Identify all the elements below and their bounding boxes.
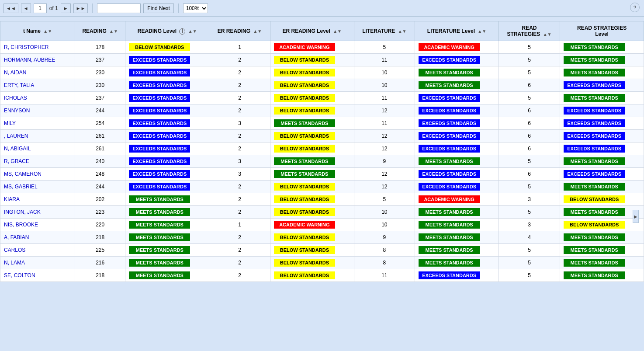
cell-read-strategies: 5 — [499, 41, 560, 54]
cell-er-reading: 2 — [209, 66, 270, 79]
cell-read-strategies-level: EXCEEDS STANDARDS — [560, 168, 644, 181]
cell-name: CARLOS — [0, 244, 75, 257]
cell-read-strategies: 5 — [499, 92, 560, 104]
cell-name: SE, COLTON — [0, 269, 75, 282]
cell-reading-level: MEETS STANDARDS — [125, 206, 209, 219]
cell-name: ERTY, TALIA — [0, 79, 75, 92]
cell-reading-level: MEETS STANDARDS — [125, 231, 209, 244]
cell-reading-level: EXCEEDS STANDARDS — [125, 130, 209, 142]
table-row: INGTON, JACK 223 MEETS STANDARDS 2 BELOW… — [0, 206, 644, 219]
cell-literature-level: MEETS STANDARDS — [415, 206, 499, 219]
col-header-literature[interactable]: LITERATURE ▲▼ — [354, 21, 415, 41]
cell-literature: 12 — [354, 168, 415, 181]
cell-literature: 10 — [354, 219, 415, 231]
col-header-er-reading-level[interactable]: ER READING Level ▲▼ — [270, 21, 354, 41]
cell-literature-level: ACADEMIC WARNING — [415, 41, 499, 54]
cell-er-reading-level: ACADEMIC WARNING — [270, 41, 354, 54]
cell-reading: 248 — [75, 168, 125, 181]
cell-er-reading-level: BELOW STANDARDS — [270, 54, 354, 66]
prev-page-button[interactable]: ◄ — [21, 3, 31, 13]
page-of-label: of 1 — [49, 5, 58, 11]
cell-er-reading-level: MEETS STANDARDS — [270, 155, 354, 168]
cell-reading: 237 — [75, 54, 125, 66]
cell-read-strategies: 3 — [499, 219, 560, 231]
cell-reading: 202 — [75, 193, 125, 206]
table-row: R, CHRISTOPHER 178 BELOW STANDARDS 1 ACA… — [0, 41, 644, 54]
zoom-select[interactable]: 100% 50% 75% 125% 150% 200% — [183, 3, 208, 13]
cell-literature: 12 — [354, 104, 415, 117]
cell-reading: 218 — [75, 269, 125, 282]
reading-level-sort-icon: ▲▼ — [188, 29, 197, 34]
cell-reading: 244 — [75, 104, 125, 117]
cell-read-strategies: 4 — [499, 231, 560, 244]
cell-name: MS, CAMERON — [0, 168, 75, 181]
cell-reading: 218 — [75, 231, 125, 244]
col-header-reading[interactable]: READING ▲▼ — [75, 21, 125, 41]
table-row: MS, GABRIEL 244 EXCEEDS STANDARDS 2 BELO… — [0, 181, 644, 193]
col-header-name[interactable]: t Name ▲▼ — [0, 21, 75, 41]
table-row: ENNYSON 244 EXCEEDS STANDARDS 2 BELOW ST… — [0, 104, 644, 117]
cell-name: N, AIDAN — [0, 66, 75, 79]
cell-er-reading-level: BELOW STANDARDS — [270, 269, 354, 282]
cell-er-reading: 2 — [209, 181, 270, 193]
literature-sort-icon: ▲▼ — [398, 29, 407, 34]
col-header-read-strategies[interactable]: READSTRATEGIES ▲▼ — [499, 21, 560, 41]
cell-read-strategies-level: EXCEEDS STANDARDS — [560, 79, 644, 92]
cell-literature-level: MEETS STANDARDS — [415, 231, 499, 244]
cell-read-strategies: 3 — [499, 193, 560, 206]
cell-name: A, FABIAN — [0, 231, 75, 244]
cell-er-reading-level: MEETS STANDARDS — [270, 168, 354, 181]
separator1 — [92, 3, 93, 13]
table-row: CARLOS 225 MEETS STANDARDS 2 BELOW STAND… — [0, 244, 644, 257]
cell-read-strategies-level: MEETS STANDARDS — [560, 66, 644, 79]
cell-name: MILY — [0, 117, 75, 130]
cell-reading-level: EXCEEDS STANDARDS — [125, 92, 209, 104]
cell-literature-level: EXCEEDS STANDARDS — [415, 181, 499, 193]
cell-reading-level: EXCEEDS STANDARDS — [125, 66, 209, 79]
table-row: ERTY, TALIA 230 EXCEEDS STANDARDS 2 BELO… — [0, 79, 644, 92]
cell-read-strategies: 5 — [499, 269, 560, 282]
cell-read-strategies-level: MEETS STANDARDS — [560, 41, 644, 54]
cell-er-reading: 3 — [209, 168, 270, 181]
cell-reading: 230 — [75, 66, 125, 79]
cell-er-reading: 2 — [209, 142, 270, 155]
cell-literature: 10 — [354, 66, 415, 79]
col-header-reading-level[interactable]: READING Level i ▲▼ — [125, 21, 209, 41]
last-page-button[interactable]: ►► — [73, 3, 88, 13]
cell-reading-level: EXCEEDS STANDARDS — [125, 181, 209, 193]
cell-read-strategies: 6 — [499, 142, 560, 155]
collapse-tab[interactable]: ▶ — [633, 210, 639, 223]
next-page-button[interactable]: ► — [61, 3, 71, 13]
help-button[interactable]: ? — [630, 3, 640, 12]
find-next-button[interactable]: Find Next — [143, 3, 173, 13]
er-reading-sort-icon: ▲▼ — [253, 29, 262, 34]
cell-read-strategies: 6 — [499, 168, 560, 181]
cell-reading: 240 — [75, 155, 125, 168]
first-page-button[interactable]: ◄◄ — [3, 3, 18, 13]
cell-read-strategies: 6 — [499, 104, 560, 117]
cell-literature: 12 — [354, 130, 415, 142]
page-input[interactable]: 1 — [34, 3, 47, 13]
col-header-er-reading[interactable]: ER READING ▲▼ — [209, 21, 270, 41]
cell-reading: 261 — [75, 142, 125, 155]
cell-reading: 230 — [75, 79, 125, 92]
cell-reading-level: EXCEEDS STANDARDS — [125, 54, 209, 66]
cell-er-reading: 2 — [209, 130, 270, 142]
cell-literature: 5 — [354, 41, 415, 54]
cell-read-strategies-level: MEETS STANDARDS — [560, 269, 644, 282]
cell-read-strategies: 5 — [499, 257, 560, 269]
find-input[interactable] — [97, 3, 141, 13]
cell-reading: 237 — [75, 92, 125, 104]
cell-er-reading-level: BELOW STANDARDS — [270, 193, 354, 206]
cell-literature-level: EXCEEDS STANDARDS — [415, 92, 499, 104]
table-row: MILY 254 EXCEEDS STANDARDS 3 MEETS STAND… — [0, 117, 644, 130]
cell-reading-level: EXCEEDS STANDARDS — [125, 155, 209, 168]
cell-er-reading-level: ACADEMIC WARNING — [270, 219, 354, 231]
cell-literature: 10 — [354, 206, 415, 219]
cell-reading: 220 — [75, 219, 125, 231]
col-header-literature-level[interactable]: LITERATURE Level ▲▼ — [415, 21, 499, 41]
cell-reading-level: EXCEEDS STANDARDS — [125, 104, 209, 117]
cell-read-strategies-level: MEETS STANDARDS — [560, 231, 644, 244]
cell-er-reading-level: BELOW STANDARDS — [270, 206, 354, 219]
cell-reading: 216 — [75, 257, 125, 269]
